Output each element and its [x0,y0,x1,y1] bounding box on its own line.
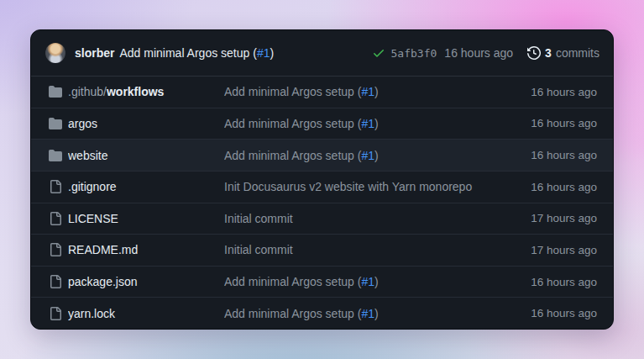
row-icon-cell [49,275,62,288]
commit-message-text[interactable]: Add minimal Argos setup ( [224,85,361,98]
commit-message-suffix: ) [374,275,379,288]
commit-message-suffix: ) [374,149,379,162]
file-name-cell: LICENSE [68,212,218,225]
repo-file-browser: slorber Add minimal Argos setup ( #1 ) 5… [30,29,614,330]
table-row[interactable]: .gitignore Init Docusaurus v2 website wi… [31,171,613,203]
commit-message-text[interactable]: Initial commit [224,243,293,256]
table-row[interactable]: argos Add minimal Argos setup (#1) 16 ho… [31,108,613,140]
commit-message-text[interactable]: Add minimal Argos setup ( [224,117,361,130]
commit-time: 17 hours ago [531,212,597,224]
file-name[interactable]: yarn.lock [68,307,115,320]
commit-message-suffix: ) [374,117,379,130]
file-icon [49,243,62,256]
file-icon [49,275,62,288]
commit-author[interactable]: slorber [75,46,114,60]
commit-message[interactable]: Add minimal Argos setup ( [119,46,256,60]
commit-message-cell: Add minimal Argos setup (#1) [224,85,525,98]
commit-message-suffix: ) [374,85,379,98]
file-name-cell: yarn.lock [68,307,218,320]
table-row[interactable]: yarn.lock Add minimal Argos setup (#1) 1… [31,297,613,329]
commit-message-text[interactable]: Init Docusaurus v2 website with Yarn mon… [224,180,472,193]
commit-message-text[interactable]: Initial commit [224,212,293,225]
file-icon [49,180,62,193]
commit-message-text[interactable]: Add minimal Argos setup ( [224,275,361,288]
pr-link[interactable]: #1 [361,149,374,162]
folder-icon [49,149,62,162]
row-icon-cell [49,85,62,98]
commit-message-cell: Init Docusaurus v2 website with Yarn mon… [224,180,525,193]
folder-icon [49,117,62,130]
file-name-cell: website [68,149,218,162]
file-name[interactable]: package.json [68,275,138,288]
commit-time: 16 hours ago [444,46,513,60]
commits-label[interactable]: commits [556,46,599,60]
file-name[interactable]: workflows [107,85,164,98]
row-icon-cell [49,149,62,162]
commit-time: 17 hours ago [531,244,597,256]
file-icon [49,307,62,320]
commit-time: 16 hours ago [531,307,597,319]
commit-message-text[interactable]: Add minimal Argos setup ( [224,149,361,162]
commit-time: 16 hours ago [531,86,597,98]
file-name[interactable]: LICENSE [68,212,118,225]
row-icon-cell [49,307,62,320]
table-row[interactable]: website Add minimal Argos setup (#1) 16 … [31,139,613,171]
pr-link[interactable]: #1 [361,117,374,130]
commit-time: 16 hours ago [531,181,597,193]
latest-commit-header: slorber Add minimal Argos setup ( #1 ) 5… [31,30,613,77]
file-table: .github/workflows Add minimal Argos setu… [31,77,613,329]
file-name-cell: README.md [68,243,218,256]
pr-link[interactable]: #1 [361,85,374,98]
pr-link[interactable]: #1 [361,307,374,320]
row-icon-cell [49,212,62,225]
table-row[interactable]: .github/workflows Add minimal Argos setu… [31,77,613,108]
commit-time: 16 hours ago [531,149,597,161]
pr-link[interactable]: #1 [361,275,374,288]
check-icon[interactable] [372,46,385,60]
commits-count[interactable]: 3 [545,46,552,60]
commit-message-cell: Initial commit [224,243,525,256]
commit-time: 16 hours ago [531,117,597,129]
commit-message-cell: Add minimal Argos setup (#1) [224,149,525,162]
history-icon[interactable] [527,46,541,60]
file-name[interactable]: website [68,149,107,162]
commit-message-cell: Add minimal Argos setup (#1) [224,307,525,320]
file-name[interactable]: argos [68,117,97,130]
commit-message-suffix: ) [374,307,379,320]
file-name-cell: .github/workflows [68,85,218,98]
file-name-prefix[interactable]: .github/ [68,85,107,98]
row-icon-cell [49,243,62,256]
file-name[interactable]: README.md [68,243,138,256]
commit-time: 16 hours ago [531,276,597,288]
file-icon [49,212,62,225]
commit-message-suffix: ) [270,46,274,60]
pr-link[interactable]: #1 [257,46,270,60]
table-row[interactable]: package.json Add minimal Argos setup (#1… [31,266,613,298]
folder-icon [49,85,62,98]
commit-message-cell: Add minimal Argos setup (#1) [224,275,525,288]
row-icon-cell [49,180,62,193]
file-name-cell: package.json [68,275,218,288]
commit-message-cell: Add minimal Argos setup (#1) [224,117,525,130]
avatar[interactable] [45,43,65,63]
commit-hash[interactable]: 5afb3f0 [391,47,437,60]
table-row[interactable]: README.md Initial commit 17 hours ago [31,234,613,266]
commit-message-cell: Initial commit [224,212,525,225]
file-name-cell: argos [68,117,218,130]
row-icon-cell [49,117,62,130]
commit-message-text[interactable]: Add minimal Argos setup ( [224,307,361,320]
file-name-cell: .gitignore [68,180,218,193]
file-name[interactable]: .gitignore [68,180,117,193]
table-row[interactable]: LICENSE Initial commit 17 hours ago [31,203,613,235]
